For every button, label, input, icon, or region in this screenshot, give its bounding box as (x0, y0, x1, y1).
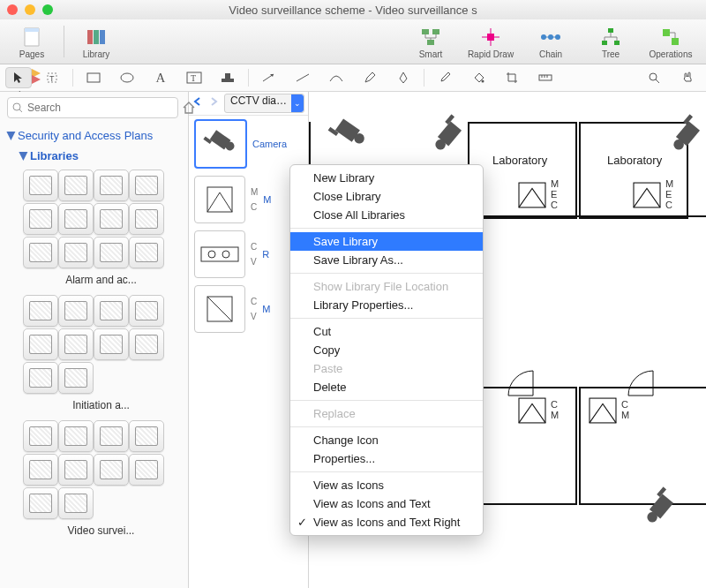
search-input[interactable] (7, 97, 178, 118)
close-window-button[interactable] (7, 4, 18, 15)
library-thumb[interactable] (129, 328, 164, 360)
library-context-menu: New LibraryClose LibraryClose All Librar… (289, 164, 484, 536)
pointer-tool[interactable] (5, 67, 32, 88)
svg-rect-1 (25, 28, 39, 32)
library-thumb[interactable] (23, 237, 58, 268)
library-thumb[interactable] (129, 203, 164, 235)
svg-rect-5 (422, 29, 429, 34)
library-group[interactable]: Video survei... (0, 420, 188, 546)
library-thumb[interactable] (58, 328, 94, 360)
menu-item-cut[interactable]: Cut (290, 322, 483, 341)
library-group[interactable]: Initiation a... (0, 295, 188, 420)
stencil-monitor[interactable] (194, 176, 245, 223)
menu-item-close-library[interactable]: Close Library (290, 187, 483, 206)
library-thumb[interactable] (23, 170, 58, 201)
tree-button[interactable]: Tree (581, 21, 641, 62)
library-thumb[interactable] (129, 454, 164, 486)
eyedropper-tool[interactable] (432, 67, 458, 88)
svg-point-27 (482, 80, 484, 83)
zoom-tool[interactable] (641, 67, 667, 88)
library-name: Alarm and ac... (23, 274, 179, 286)
menu-item-view-as-icons-and-text[interactable]: View as Icons and Text (290, 494, 483, 513)
library-thumb[interactable] (94, 237, 129, 268)
svg-line-26 (297, 74, 309, 81)
library-thumb[interactable] (129, 420, 164, 452)
rapid-draw-button[interactable]: Rapid Draw (461, 21, 521, 62)
text-cursor-tool[interactable]: T (39, 67, 65, 88)
crop-tool[interactable] (499, 67, 525, 88)
smart-button[interactable]: Smart (401, 21, 461, 62)
library-thumb[interactable] (94, 203, 129, 235)
library-thumb[interactable] (58, 237, 94, 268)
textbox-tool[interactable]: T (181, 67, 207, 88)
library-thumb[interactable] (23, 203, 58, 235)
library-thumb[interactable] (58, 420, 94, 452)
menu-item-view-as-icons-and-text-right[interactable]: ✓View as Icons and Text Right (290, 513, 483, 531)
menu-item-new-library[interactable]: New Library (290, 169, 483, 187)
zoom-window-button[interactable] (42, 4, 53, 15)
menu-item-copy[interactable]: Copy (290, 341, 483, 359)
chain-button[interactable]: Chain (521, 21, 581, 62)
measure-tool[interactable] (532, 67, 559, 88)
curve-tool[interactable] (323, 67, 349, 88)
ops-icon (658, 25, 683, 49)
library-thumb[interactable] (94, 454, 129, 486)
library-thumb[interactable] (58, 203, 94, 235)
stencil-recorder[interactable] (194, 230, 245, 278)
text-tool[interactable]: A (147, 67, 174, 88)
menu-item-change-icon[interactable]: Change Icon (290, 431, 483, 449)
menu-item-label: Close Library (313, 190, 381, 203)
pencil-tool[interactable] (357, 67, 383, 88)
library-thumb[interactable] (23, 295, 58, 327)
menu-item-label: Replace (313, 407, 356, 420)
library-thumb[interactable] (23, 420, 58, 452)
fill-tool[interactable] (465, 67, 492, 88)
library-thumb[interactable] (129, 295, 164, 327)
library-button[interactable]: Library (70, 21, 123, 62)
library-thumb[interactable] (94, 295, 129, 327)
stencil-camera[interactable] (194, 119, 247, 169)
library-thumb[interactable] (23, 328, 58, 360)
menu-item-close-all-libraries[interactable]: Close All Libraries (290, 206, 483, 224)
nav-fwd-button[interactable] (208, 96, 222, 110)
hand-tool[interactable] (674, 67, 701, 88)
tree-group-security[interactable]: ▶Security and Access Plans (0, 124, 188, 147)
menu-separator (290, 400, 483, 401)
library-thumb[interactable] (129, 237, 164, 268)
library-thumb[interactable] (58, 454, 94, 486)
menu-item-properties[interactable]: Properties... (290, 449, 483, 468)
menu-item-save-library-as[interactable]: Save Library As... (290, 251, 483, 269)
tree-libraries[interactable]: ▶Libraries (0, 147, 188, 170)
arrow-tool[interactable] (256, 67, 282, 88)
library-thumb[interactable] (58, 295, 94, 327)
svg-text:T: T (191, 73, 196, 83)
menu-item-save-library[interactable]: Save Library (290, 232, 483, 251)
stencil-dropdown[interactable]: CCTV diagr...⌄ (224, 94, 304, 113)
library-thumb[interactable] (23, 487, 58, 519)
library-thumb[interactable] (94, 420, 129, 452)
ellipse-tool[interactable] (114, 67, 140, 88)
minimize-window-button[interactable] (25, 4, 35, 15)
library-thumb[interactable] (94, 170, 129, 201)
stencil-multiplex[interactable] (194, 285, 245, 333)
rect-tool[interactable] (80, 67, 107, 88)
pen-tool[interactable] (390, 67, 417, 88)
library-thumb[interactable] (23, 362, 58, 394)
library-thumb[interactable] (129, 170, 164, 201)
stamp-tool[interactable] (214, 67, 241, 88)
menu-item-label: Close All Libraries (313, 208, 405, 222)
library-thumb[interactable] (58, 362, 94, 394)
library-thumb[interactable] (58, 487, 94, 519)
pages-button[interactable]: Pages (5, 21, 58, 62)
library-thumb[interactable] (23, 454, 58, 486)
menu-item-view-as-icons[interactable]: View as Icons (290, 476, 483, 494)
menu-item-delete[interactable]: Delete (290, 378, 483, 396)
library-group[interactable]: Alarm and ac... (0, 170, 188, 295)
home-button[interactable] (182, 98, 196, 117)
menu-item-library-properties[interactable]: Library Properties... (290, 296, 483, 314)
stencil-row[interactable]: Camera (189, 116, 308, 172)
operations-button[interactable]: Operations (641, 21, 701, 62)
line-tool[interactable] (289, 67, 316, 88)
library-thumb[interactable] (58, 170, 94, 201)
library-thumb[interactable] (94, 328, 129, 360)
